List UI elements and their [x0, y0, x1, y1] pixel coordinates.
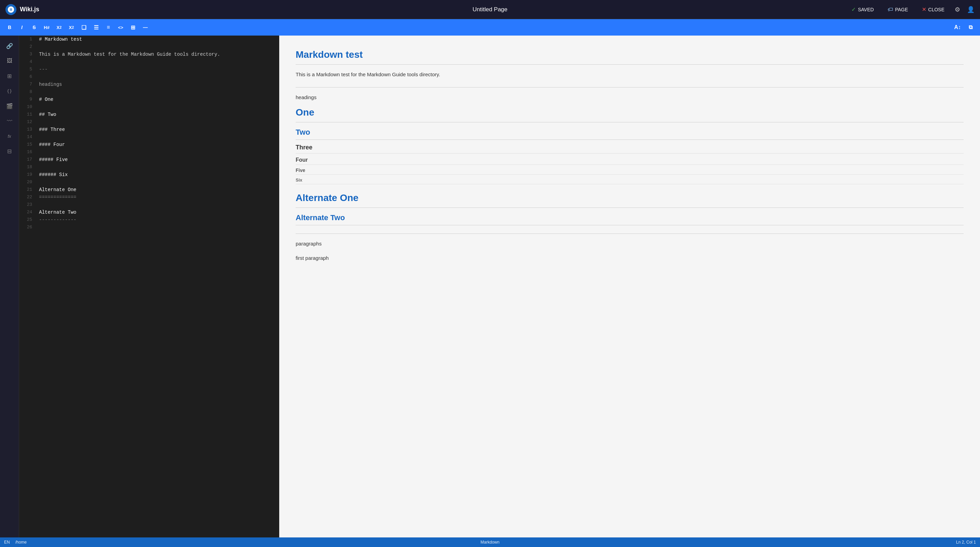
- math-icon[interactable]: fx: [3, 130, 16, 142]
- editor-line: 1 # Markdown test: [19, 36, 279, 43]
- page-title: Untitled Page: [328, 6, 652, 13]
- preview-alt-h2: Alternate Two: [296, 213, 964, 225]
- editor-line: 13 ### Three: [19, 126, 279, 133]
- editor-line: 11 ## Two: [19, 111, 279, 118]
- main-area: 🔗 🖼 ⊞ {} 🎬 〰 fx ⊟ 1 # Markdown test 2 3 …: [0, 36, 980, 537]
- editor-pane[interactable]: 1 # Markdown test 2 3 This is a Markdown…: [19, 36, 279, 537]
- editor-line: 2: [19, 43, 279, 51]
- sidebar-icons: 🔗 🖼 ⊞ {} 🎬 〰 fx ⊟: [0, 36, 19, 537]
- editor-line: 21 Alternate One: [19, 186, 279, 193]
- page-button[interactable]: 🏷 PAGE: [884, 5, 912, 15]
- ul-button[interactable]: ☰: [91, 22, 102, 33]
- editor-line: 22 =============: [19, 193, 279, 201]
- top-navigation: Wiki.js Untitled Page ✓ SAVED 🏷 PAGE ✕ C…: [0, 0, 980, 19]
- split-view-button[interactable]: ⧉: [965, 22, 976, 33]
- editor-line: 8: [19, 88, 279, 96]
- app-name: Wiki.js: [20, 6, 39, 13]
- editor-line: 4: [19, 58, 279, 66]
- media-icon[interactable]: 🖼: [3, 55, 16, 67]
- editor-line: 25 -------------: [19, 216, 279, 224]
- check-icon: ✓: [851, 6, 856, 13]
- close-button[interactable]: ✕ CLOSE: [918, 4, 948, 15]
- subscript-button[interactable]: X2: [54, 22, 65, 33]
- blockquote-button[interactable]: ❑: [78, 22, 89, 33]
- heading-button[interactable]: H#: [41, 22, 52, 33]
- editor-toolbar: B I S H# X2 X2 ❑ ☰ ≡ <> ⊞ — A↕ ⧉: [0, 19, 980, 36]
- page-icon: 🏷: [888, 6, 893, 13]
- editor-line: 19 ###### Six: [19, 171, 279, 178]
- preview-section-one: One Two Three Four Five Six: [296, 107, 964, 184]
- preview-h2-two: Two: [296, 128, 964, 140]
- preview-h5-five: Five: [296, 168, 964, 175]
- blocks-icon[interactable]: ⊞: [3, 70, 16, 82]
- preview-h3-three: Three: [296, 144, 964, 154]
- editor-line: 10: [19, 103, 279, 111]
- preview-alt-h1: Alternate One: [296, 192, 964, 208]
- preview-h1-one: One: [296, 107, 964, 122]
- preview-h4-four: Four: [296, 157, 964, 165]
- path-indicator: /home: [15, 540, 27, 545]
- settings-icon[interactable]: ⚙: [955, 6, 960, 13]
- preview-h1: Markdown test: [296, 49, 964, 65]
- strikethrough-button[interactable]: S: [29, 22, 40, 33]
- editor-line: 14: [19, 133, 279, 141]
- embed-icon[interactable]: ⊟: [3, 145, 16, 157]
- links-icon[interactable]: 🔗: [3, 40, 16, 52]
- preview-first-paragraph: first paragraph: [296, 254, 964, 263]
- preview-pane: Markdown test This is a Markdown test fo…: [279, 36, 980, 537]
- code-block-icon[interactable]: {}: [3, 85, 16, 97]
- editor-line: 7 headings: [19, 81, 279, 88]
- preview-h6-six: Six: [296, 178, 964, 184]
- editor-line: 23: [19, 201, 279, 209]
- bold-button[interactable]: B: [4, 22, 15, 33]
- saved-button[interactable]: ✓ SAVED: [848, 4, 877, 15]
- cursor-position: Ln 2, Col 1: [956, 540, 976, 545]
- hr-button[interactable]: —: [140, 22, 151, 33]
- editor-line: 5 ---: [19, 66, 279, 73]
- editor-line: 6: [19, 73, 279, 81]
- preview-section-alt: Alternate One Alternate Two: [296, 192, 964, 225]
- language-indicator: EN: [4, 540, 10, 545]
- editor-line: 24 Alternate Two: [19, 209, 279, 216]
- editor-line: 3 This is a Markdown test for the Markdo…: [19, 51, 279, 58]
- user-icon[interactable]: 👤: [967, 6, 975, 13]
- mode-indicator: Markdown: [480, 540, 499, 545]
- preview-divider: [296, 87, 964, 87]
- superscript-button[interactable]: X2: [66, 22, 77, 33]
- italic-button[interactable]: I: [16, 22, 27, 33]
- video-icon[interactable]: 🎬: [3, 100, 16, 112]
- editor-line: 12: [19, 118, 279, 126]
- ol-button[interactable]: ≡: [103, 22, 114, 33]
- diagram-icon[interactable]: 〰: [3, 115, 16, 127]
- editor-line: 20: [19, 178, 279, 186]
- code-button[interactable]: <>: [115, 22, 126, 33]
- status-bar: EN /home Markdown Ln 2, Col 1: [0, 537, 980, 547]
- editor-line: 15 #### Four: [19, 141, 279, 148]
- editor-line: 26: [19, 224, 279, 231]
- preview-intro: This is a Markdown test for the Markdown…: [296, 70, 964, 79]
- font-size-button[interactable]: A↕: [951, 22, 964, 33]
- toolbar-right: A↕ ⧉: [951, 22, 976, 33]
- editor-line: 18: [19, 163, 279, 171]
- editor-line: 17 ##### Five: [19, 156, 279, 163]
- preview-paragraphs-label: paragraphs: [296, 239, 964, 248]
- editor-line: 16: [19, 148, 279, 156]
- editor-line: 9 # One: [19, 96, 279, 103]
- table-button[interactable]: ⊞: [127, 22, 138, 33]
- wikijs-logo: [5, 4, 16, 15]
- preview-headings-label: headings: [296, 93, 964, 102]
- logo-area: Wiki.js: [5, 4, 328, 15]
- nav-right: ✓ SAVED 🏷 PAGE ✕ CLOSE ⚙ 👤: [652, 4, 975, 15]
- preview-section-title: Markdown test This is a Markdown test fo…: [296, 49, 964, 79]
- preview-divider-2: [296, 233, 964, 234]
- close-icon: ✕: [922, 6, 926, 13]
